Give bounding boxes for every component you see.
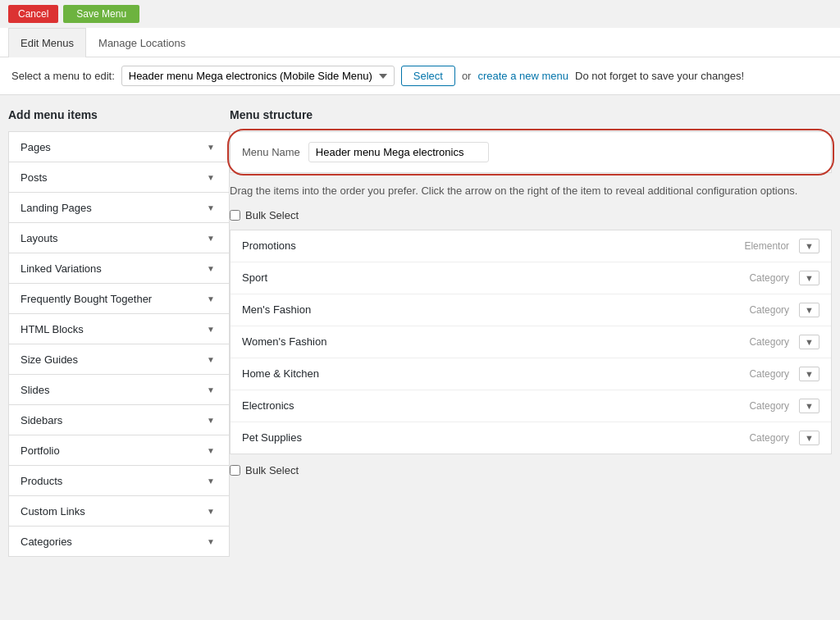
menu-item-expand-mens-fashion[interactable]: ▼ [799, 303, 819, 317]
menu-select-dropdown[interactable]: Header menu Mega electronics (Mobile Sid… [121, 66, 395, 86]
accordion-item-pages: Pages ▼ [8, 131, 230, 162]
menu-item-type-womens-fashion: Category [749, 336, 789, 348]
accordion-arrow-size-guides: ▼ [204, 353, 217, 366]
accordion-header-html-blocks[interactable]: HTML Blocks ▼ [9, 314, 229, 344]
accordion-item-sidebars: Sidebars ▼ [8, 404, 230, 435]
accordion-header-categories[interactable]: Categories ▼ [9, 527, 229, 556]
menu-item-mens-fashion[interactable]: Men's Fashion Category ▼ [231, 294, 831, 326]
accordion-header-portfolio[interactable]: Portfolio ▼ [9, 435, 229, 465]
menu-name-input[interactable] [308, 142, 489, 162]
menu-items-list: Promotions Elementor ▼ Sport Category ▼ … [230, 230, 832, 454]
menu-item-name-sport: Sport [242, 271, 267, 284]
menu-item-womens-fashion[interactable]: Women's Fashion Category ▼ [231, 326, 831, 358]
add-menu-items-panel: Add menu items Pages ▼ Posts ▼ Landing P… [8, 108, 230, 556]
menu-item-expand-home-kitchen[interactable]: ▼ [799, 367, 819, 381]
menu-item-name-mens-fashion: Men's Fashion [242, 303, 311, 316]
accordion-header-size-guides[interactable]: Size Guides ▼ [9, 344, 229, 374]
accordion-header-pages[interactable]: Pages ▼ [9, 132, 229, 162]
menu-item-pet-supplies[interactable]: Pet Supplies Category ▼ [231, 422, 831, 454]
accordion-item-slides: Slides ▼ [8, 374, 230, 405]
menu-item-expand-pet-supplies[interactable]: ▼ [799, 431, 819, 445]
menu-item-type-sport: Category [749, 272, 789, 284]
menu-item-electronics[interactable]: Electronics Category ▼ [231, 390, 831, 422]
save-menu-button[interactable]: Save Menu [63, 5, 139, 23]
menu-item-expand-promotions[interactable]: ▼ [799, 239, 819, 253]
accordion-item-custom-links: Custom Links ▼ [8, 495, 230, 527]
accordion-label-landing-pages: Landing Pages [21, 202, 92, 214]
accordion-header-custom-links[interactable]: Custom Links ▼ [9, 496, 229, 526]
select-bar: Select a menu to edit: Header menu Mega … [0, 57, 840, 95]
menu-item-home-kitchen[interactable]: Home & Kitchen Category ▼ [231, 358, 831, 390]
accordion-label-posts: Posts [21, 171, 48, 184]
accordion-arrow-sidebars: ▼ [204, 413, 217, 426]
accordion-header-posts[interactable]: Posts ▼ [9, 162, 229, 192]
bulk-select-top-label[interactable]: Bulk Select [245, 209, 299, 221]
accordion-arrow-linked-variations: ▼ [204, 262, 217, 275]
menu-name-row: Menu Name [230, 131, 832, 173]
menu-item-right-promotions: Elementor ▼ [744, 239, 819, 253]
accordion-header-layouts[interactable]: Layouts ▼ [9, 223, 229, 253]
menu-item-expand-womens-fashion[interactable]: ▼ [799, 335, 819, 349]
accordion-item-landing-pages: Landing Pages ▼ [8, 192, 230, 223]
accordion-label-pages: Pages [21, 141, 51, 153]
menu-structure-heading: Menu structure [230, 108, 832, 121]
or-text: or [462, 70, 472, 82]
bulk-select-top: Bulk Select [230, 209, 832, 221]
cancel-button[interactable]: Cancel [8, 5, 58, 23]
accordion-label-categories: Categories [21, 536, 72, 548]
accordion-label-custom-links: Custom Links [21, 505, 85, 517]
accordion-item-portfolio: Portfolio ▼ [8, 435, 230, 466]
accordion: Pages ▼ Posts ▼ Landing Pages ▼ Layouts … [8, 131, 230, 557]
accordion-header-products[interactable]: Products ▼ [9, 466, 229, 495]
accordion-item-products: Products ▼ [8, 465, 230, 496]
create-new-menu-link[interactable]: create a new menu [477, 70, 568, 82]
accordion-label-frequently-bought-together: Frequently Bought Together [21, 293, 152, 305]
accordion-arrow-categories: ▼ [204, 535, 217, 548]
accordion-arrow-frequently-bought-together: ▼ [204, 292, 217, 305]
menu-item-type-pet-supplies: Category [749, 432, 789, 444]
select-menu-label: Select a menu to edit: [11, 70, 115, 82]
accordion-arrow-layouts: ▼ [204, 231, 217, 244]
accordion-item-linked-variations: Linked Variations ▼ [8, 253, 230, 284]
accordion-item-layouts: Layouts ▼ [8, 222, 230, 253]
accordion-header-linked-variations[interactable]: Linked Variations ▼ [9, 253, 229, 283]
bulk-select-top-checkbox[interactable] [230, 210, 240, 221]
accordion-header-sidebars[interactable]: Sidebars ▼ [9, 405, 229, 435]
menu-item-right-electronics: Category ▼ [749, 399, 819, 413]
menu-item-promotions[interactable]: Promotions Elementor ▼ [231, 230, 831, 262]
bulk-select-bottom: Bulk Select [230, 464, 832, 476]
bulk-select-bottom-checkbox[interactable] [230, 465, 240, 476]
drag-instruction: Drag the items into the order you prefer… [230, 183, 832, 199]
menu-item-type-electronics: Category [749, 400, 789, 412]
menu-item-name-womens-fashion: Women's Fashion [242, 335, 326, 348]
accordion-header-frequently-bought-together[interactable]: Frequently Bought Together ▼ [9, 284, 229, 313]
menu-item-sport[interactable]: Sport Category ▼ [231, 262, 831, 294]
tab-edit-menus[interactable]: Edit Menus [8, 28, 86, 57]
accordion-item-html-blocks: HTML Blocks ▼ [8, 313, 230, 344]
tab-manage-locations[interactable]: Manage Locations [86, 28, 198, 57]
menu-name-label: Menu Name [242, 146, 300, 158]
accordion-header-landing-pages[interactable]: Landing Pages ▼ [9, 193, 229, 222]
select-button[interactable]: Select [401, 66, 455, 86]
bulk-select-bottom-label[interactable]: Bulk Select [245, 464, 299, 476]
menu-item-expand-sport[interactable]: ▼ [799, 271, 819, 285]
accordion-arrow-posts: ▼ [204, 171, 217, 184]
menu-item-expand-electronics[interactable]: ▼ [799, 399, 819, 413]
accordion-item-frequently-bought-together: Frequently Bought Together ▼ [8, 283, 230, 314]
accordion-header-slides[interactable]: Slides ▼ [9, 375, 229, 404]
accordion-label-html-blocks: HTML Blocks [21, 323, 84, 335]
accordion-arrow-portfolio: ▼ [204, 444, 217, 457]
accordion-arrow-html-blocks: ▼ [204, 322, 217, 335]
accordion-label-sidebars: Sidebars [21, 414, 62, 426]
menu-item-right-womens-fashion: Category ▼ [749, 335, 819, 349]
accordion-label-linked-variations: Linked Variations [21, 262, 102, 275]
accordion-arrow-products: ▼ [204, 474, 217, 487]
top-bar: Cancel Save Menu [0, 0, 840, 28]
add-menu-items-heading: Add menu items [8, 108, 230, 121]
accordion-label-size-guides: Size Guides [21, 353, 78, 366]
accordion-arrow-custom-links: ▼ [204, 504, 217, 517]
accordion-label-portfolio: Portfolio [21, 444, 60, 457]
accordion-arrow-pages: ▼ [204, 140, 217, 153]
menu-item-type-home-kitchen: Category [749, 368, 789, 380]
accordion-label-products: Products [21, 475, 62, 487]
